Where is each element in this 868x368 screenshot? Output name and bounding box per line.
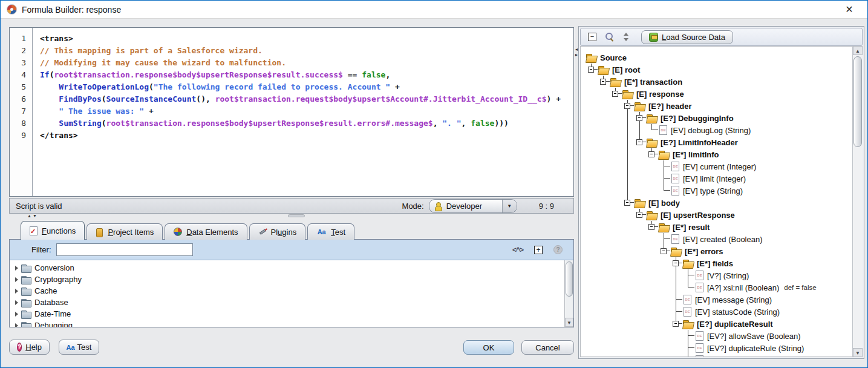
tree-node-header[interactable]: [E?] header (586, 100, 851, 112)
tree-node-root[interactable]: [E] root (586, 64, 851, 76)
chevron-down-icon[interactable]: ▼ (502, 200, 517, 212)
tree-node-limitinfo[interactable]: [E*] limitInfo (586, 148, 851, 160)
category-folder-icon (21, 310, 31, 318)
add-icon[interactable]: + (534, 246, 543, 254)
expand-arrow-icon[interactable] (15, 323, 18, 327)
code-line[interactable]: </trans> (40, 130, 571, 142)
scroll-down-button[interactable]: ▼ (853, 348, 863, 357)
scroll-up-button[interactable]: ▲ (853, 46, 863, 55)
code-line[interactable]: // Modifying it may cause the wizard to … (40, 57, 571, 69)
expand-collapse-nodes-icon[interactable] (623, 33, 629, 41)
tree-node-duplicateresult[interactable]: [E?] duplicateResult (586, 318, 851, 330)
collapse-expander-icon[interactable] (636, 139, 642, 145)
tree-node-duplicaterule[interactable]: DE[EV?] duplicateRule (String) (586, 342, 851, 354)
code-line[interactable]: If(root$transaction.response$body$upsert… (40, 69, 571, 81)
load-source-data-button[interactable]: Load Source Data (641, 30, 733, 44)
tab-plugins[interactable]: Plugins (249, 223, 306, 240)
search-icon[interactable] (605, 33, 614, 41)
ok-button-label: OK (483, 343, 495, 352)
folder-icon (659, 151, 670, 159)
tree-node-fields[interactable]: [E*] fields (586, 257, 851, 269)
cancel-button[interactable]: Cancel (521, 340, 574, 355)
tree-node-source[interactable]: Source (586, 51, 851, 64)
tree-node-limit[interactable]: DE[EV] limit (Integer) (586, 172, 851, 185)
collapse-expander-icon[interactable] (624, 103, 630, 109)
tree-scrollbar[interactable]: ▲ ▼ (852, 46, 863, 357)
code-line[interactable]: " The issue was: " + (40, 105, 571, 117)
script-editor[interactable]: 123456789 <trans>// This mapping is part… (9, 27, 574, 197)
tree-node-response[interactable]: [E] response (586, 88, 851, 100)
test-button[interactable]: Aa Test (59, 340, 99, 355)
ok-button[interactable]: OK (463, 340, 514, 355)
tab-label: Functions (42, 226, 76, 235)
code-line[interactable]: WriteToOperationLog("The following recor… (40, 81, 571, 93)
collapse-expander-icon[interactable] (624, 200, 630, 206)
collapse-expander-icon[interactable] (673, 260, 679, 266)
source-tree[interactable]: Source[E] root[E*] transaction[E] respon… (580, 46, 863, 357)
collapse-expander-icon[interactable] (648, 224, 654, 230)
collapse-expander-icon[interactable] (648, 151, 654, 157)
tree-node-body[interactable]: [E] body (586, 197, 851, 209)
code-area[interactable]: <trans>// This mapping is part of a Sale… (33, 28, 573, 196)
tree-node-label: [EV?] duplicateRuleEntityType (String) (707, 356, 841, 358)
filter-input[interactable] (56, 243, 193, 256)
tree-node-result[interactable]: [E*] result (586, 221, 851, 233)
folder-icon (671, 248, 682, 255)
tree-node-errors[interactable]: [E*] errors (586, 245, 851, 257)
tree-node-created[interactable]: DE[EV] created (Boolean) (586, 233, 851, 245)
tab-data-elements[interactable]: Data Elements (165, 223, 247, 240)
expand-arrow-icon[interactable] (15, 300, 18, 305)
mode-dropdown[interactable]: Developer ▼ (429, 199, 517, 213)
collapse-expander-icon[interactable] (636, 115, 642, 121)
tree-node-transaction[interactable]: [E*] transaction (586, 76, 851, 88)
line-number: 7 (10, 105, 32, 117)
tree-node-xsi-nil[interactable]: DE[A?] xsi:nil (Boolean)def = false (586, 281, 851, 294)
collapse-expander-icon[interactable] (636, 212, 642, 218)
collapse-expander-icon[interactable] (661, 248, 667, 254)
tab-functions[interactable]: ✓Functions (21, 221, 85, 240)
tree-node-debugginginfo[interactable]: [E?] DebuggingInfo (586, 112, 851, 124)
horizontal-splitter-grip[interactable] (288, 214, 305, 217)
scroll-down-button[interactable]: ▼ (565, 318, 573, 327)
collapse-expander-icon[interactable] (600, 79, 606, 85)
collapse-expander-icon[interactable] (612, 91, 618, 97)
function-category-cryptography[interactable]: Cryptography (13, 274, 573, 285)
tree-node-message[interactable]: DE[EV] message (String) (586, 294, 851, 306)
function-category-debugging[interactable]: Debugging (13, 320, 573, 327)
expand-arrow-icon[interactable] (15, 277, 18, 282)
insert-snippet-icon[interactable]: <^> (512, 246, 523, 254)
tree-node-allowsave[interactable]: DE[EV?] allowSave (Boolean) (586, 330, 851, 342)
filter-label: Filter: (31, 245, 51, 254)
scrollbar-thumb[interactable] (566, 261, 573, 297)
tree-node-current[interactable]: DE[EV] current (Integer) (586, 160, 851, 172)
code-line[interactable]: // This mapping is part of a Salesforce … (40, 45, 571, 57)
tree-node-upsertresponse[interactable]: [E] upsertResponse (586, 209, 851, 221)
scrollbar-thumb[interactable] (853, 56, 862, 147)
expand-arrow-icon[interactable] (15, 289, 18, 294)
tree-node-item[interactable]: DE[V?] (String) (586, 269, 851, 281)
code-line[interactable]: <trans> (40, 33, 571, 45)
collapse-expander-icon[interactable] (588, 67, 594, 73)
function-category-conversion[interactable]: Conversion (13, 262, 573, 274)
code-line[interactable]: SumString(root$transaction.response$body… (40, 117, 571, 130)
expand-arrow-icon[interactable] (15, 266, 18, 271)
function-category-database[interactable]: Database (13, 297, 573, 308)
tree-node-type[interactable]: DE[EV] type (String) (586, 185, 851, 197)
code-line[interactable]: FindByPos(SourceInstanceCount(), root$tr… (40, 93, 571, 105)
help-button[interactable]: ? Help (9, 340, 50, 355)
function-category-list[interactable]: ConversionCryptographyCacheDatabaseDate-… (10, 260, 573, 327)
tree-node-duplicateruleentitytype[interactable]: DE[EV?] duplicateRuleEntityType (String) (586, 354, 851, 357)
tree-node-statuscode[interactable]: DE[EV] statusCode (String) (586, 306, 851, 318)
tab-project-items[interactable]: Project Items (86, 223, 163, 240)
function-category-date-time[interactable]: Date-Time (13, 308, 573, 320)
splitter-collapse-arrows[interactable]: ▲▼ (27, 214, 38, 218)
tree-node-debuglog[interactable]: DE[EV] debugLog (String) (586, 124, 851, 136)
collapse-all-icon[interactable]: − (588, 33, 596, 41)
tab-test[interactable]: AaTest (307, 223, 354, 240)
collapse-expander-icon[interactable] (673, 321, 679, 327)
function-category-cache[interactable]: Cache (13, 285, 573, 297)
expand-arrow-icon[interactable] (15, 312, 18, 317)
tree-node-limitinfoheader[interactable]: [E?] LimitInfoHeader (586, 136, 851, 148)
functions-scrollbar[interactable]: ▼ (564, 260, 573, 327)
close-button[interactable]: ✕ (837, 4, 861, 15)
